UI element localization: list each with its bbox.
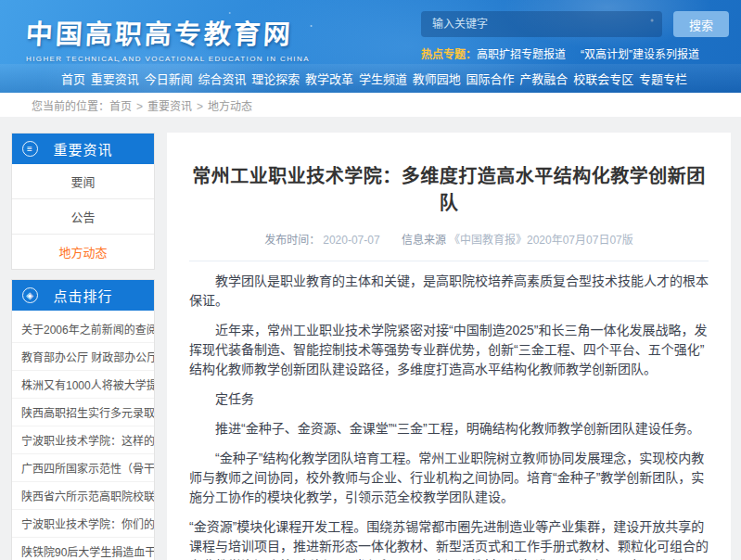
nav-item[interactable]: 校联会专区 (573, 70, 633, 87)
hot-topics-row: 热点专题：高职扩招专题报道“双高计划”建设系列报道 (421, 45, 729, 61)
search-input[interactable] (421, 11, 662, 37)
compass-icon: ◈ (22, 287, 38, 303)
nav-item[interactable]: 产教融合 (519, 70, 568, 87)
article-title: 常州工业职业技术学院：多维度打造高水平结构化教学创新团队 (189, 161, 709, 215)
breadcrumb: 您当前的位置：首页>重要资讯>地方动态 (0, 93, 741, 117)
site-logo-title: 中国高职高专教育网 (25, 12, 311, 51)
source-label: 信息来源 (402, 234, 446, 247)
sidebar-rank-box: ◈ 点击排行 关于2006年之前新闻的查阅方法教育部办公厅 财政部办公厅关于..… (11, 279, 155, 560)
sidebar-menu-list: 要闻公告地方动态 (12, 164, 154, 269)
article-paragraph: 定任务 (189, 389, 709, 409)
nav-item[interactable]: 今日新闻 (145, 70, 193, 87)
article-panel: 常州工业职业技术学院：多维度打造高水平结构化教学创新团队 发布时间：2020-0… (167, 133, 731, 560)
nav-item[interactable]: 综合资讯 (198, 70, 246, 87)
article-paragraph: “金资源”模块化课程开发工程。围绕苏锡常都市圈先进制造业等产业集群，建设开放共享… (189, 517, 709, 560)
sidebar-menu-item[interactable]: 公告 (12, 198, 154, 234)
sidebar-rank-header: ◈ 点击排行 (12, 280, 154, 311)
breadcrumb-separator: > (136, 100, 143, 113)
sidebar-menu-header: ≡ 重要资讯 (12, 134, 154, 164)
rank-list-item[interactable]: 广西四所国家示范性（骨干）高... (12, 454, 154, 482)
nav-item[interactable]: 理论探索 (251, 70, 300, 87)
hot-topics-links: 高职扩招专题报道“双高计划”建设系列报道 (477, 48, 714, 61)
hot-topic-link[interactable]: 高职扩招专题报道 (477, 48, 566, 61)
article-paragraph: 推进“金种子、金资源、金课堂”“三金”工程，明确结构化教师教学创新团队建设任务。 (189, 419, 709, 439)
sidebar: ≡ 重要资讯 要闻公告地方动态 ◈ 点击排行 关于2006年之前新闻的查阅方法教… (11, 133, 155, 560)
site-logo-subtitle: HIGHER TECHNICAL AND VOCATIONAL EDUCATIO… (26, 55, 310, 63)
source-value: 《中国教育报》2020年07月07日07版 (449, 234, 633, 247)
rank-list-item[interactable]: 关于2006年之前新闻的查阅方法 (12, 315, 154, 343)
breadcrumb-link[interactable]: 首页 (109, 100, 132, 113)
main-nav: 首页重要资讯今日新闻综合资讯理论探索教学改革学生频道教师园地国际合作产教融合校联… (0, 64, 741, 93)
rank-list-item[interactable]: 陕西高职招生实行多元录取 (12, 399, 154, 426)
hot-topic-link[interactable]: “双高计划”建设系列报道 (581, 48, 699, 61)
sidebar-menu-title: 重要资讯 (53, 139, 112, 159)
nav-item[interactable]: 教师园地 (413, 70, 461, 87)
list-icon: ≡ (22, 141, 38, 157)
nav-item[interactable]: 国际合作 (466, 70, 515, 87)
page-body: ≡ 重要资讯 要闻公告地方动态 ◈ 点击排行 关于2006年之前新闻的查阅方法教… (0, 117, 741, 560)
article-paragraph: “金种子”结构化教学团队培育工程。常州工业职院树立教师协同发展理念，实现校内教师… (189, 449, 709, 507)
sidebar-menu-item[interactable]: 要闻 (12, 164, 154, 198)
rank-list-item[interactable]: 宁波职业技术学院：这样的课堂... (12, 426, 154, 454)
divider (189, 261, 709, 261)
rank-list-item[interactable]: 陕西省六所示范高职院校联合招... (12, 482, 154, 510)
nav-item[interactable]: 首页 (61, 70, 85, 87)
rank-list: 关于2006年之前新闻的查阅方法教育部办公厅 财政部办公厅关于...株洲又有10… (12, 311, 154, 560)
rank-list-item[interactable]: 陕铁院90后大学生捐造血干细胞... (12, 538, 154, 560)
search-button[interactable]: 搜索 (673, 11, 729, 37)
breadcrumb-label: 您当前的位置： (32, 97, 109, 113)
publish-time-value: 2020-07-07 (323, 234, 379, 247)
nav-item[interactable]: 专题专栏 (639, 70, 687, 87)
sidebar-menu-box: ≡ 重要资讯 要闻公告地方动态 (11, 133, 155, 270)
nav-item[interactable]: 教学改革 (305, 70, 353, 87)
article-paragraph: 教学团队是职业教育的主体和关键，是高职院校培养高素质复合型技术技能人才的根本保证… (189, 272, 709, 311)
article-body: 教学团队是职业教育的主体和关键，是高职院校培养高素质复合型技术技能人才的根本保证… (189, 272, 709, 560)
site-header: 中国高职高专教育网 HIGHER TECHNICAL AND VOCATIONA… (0, 0, 741, 93)
hot-topics-label: 热点专题： (421, 48, 477, 61)
breadcrumb-link[interactable]: 重要资讯 (147, 100, 192, 113)
sidebar-rank-title: 点击排行 (53, 286, 112, 305)
nav-item[interactable]: 重要资讯 (91, 70, 139, 87)
site-logo[interactable]: 中国高职高专教育网 HIGHER TECHNICAL AND VOCATIONA… (26, 12, 310, 63)
article-paragraph: 近年来，常州工业职业技术学院紧密对接“中国制造2025”和长三角一体化发展战略，… (189, 321, 709, 379)
article-meta: 发布时间：2020-07-07 信息来源《中国教育报》2020年07月07日07… (189, 231, 709, 247)
breadcrumb-separator: > (197, 100, 203, 113)
nav-item[interactable]: 学生频道 (359, 70, 407, 87)
rank-list-item[interactable]: 株洲又有1000人将被大学提前录... (12, 371, 154, 399)
publish-time-label: 发布时间： (264, 234, 320, 247)
sidebar-menu-item[interactable]: 地方动态 (12, 234, 154, 269)
rank-list-item[interactable]: 宁波职业技术学院：你们的梦想... (12, 510, 154, 538)
search-area: 搜索 热点专题：高职扩招专题报道“双高计划”建设系列报道 (421, 11, 729, 61)
breadcrumb-link[interactable]: 地方动态 (208, 100, 252, 113)
breadcrumb-items: 首页>重要资讯>地方动态 (109, 97, 252, 113)
rank-list-item[interactable]: 教育部办公厅 财政部办公厅关于... (12, 343, 154, 371)
